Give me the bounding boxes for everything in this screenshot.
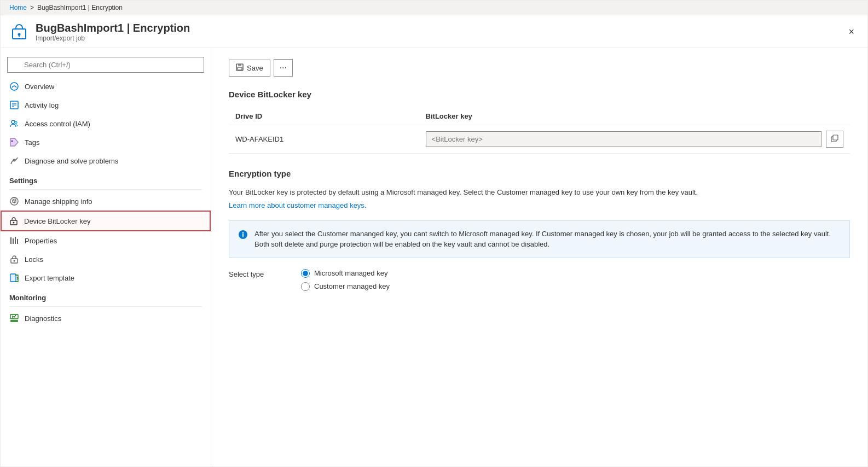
sidebar-item-locks-label: Locks <box>25 255 43 264</box>
bitlocker-section: Device BitLocker key Drive ID BitLocker … <box>229 90 850 154</box>
radio-customer-label: Customer managed key <box>314 282 390 290</box>
sidebar-item-iam[interactable]: Access control (IAM) <box>1 114 211 133</box>
learn-more-link[interactable]: Learn more about customer managed keys. <box>229 201 366 209</box>
svg-rect-24 <box>10 320 18 322</box>
sidebar-item-export-template-label: Export template <box>25 274 74 282</box>
radio-group: Microsoft managed key Customer managed k… <box>301 269 390 291</box>
sidebar-item-diagnostics[interactable]: Diagnostics <box>1 309 211 328</box>
bitlocker-table: Drive ID BitLocker key WD-AFAKEID1 <box>229 108 850 154</box>
col-drive-id: Drive ID <box>229 108 419 125</box>
svg-point-8 <box>11 120 15 124</box>
settings-section-label: Settings <box>1 170 211 187</box>
monitoring-section-label: Monitoring <box>1 287 211 304</box>
tags-icon <box>9 137 19 147</box>
save-icon <box>236 63 244 73</box>
page-title: BugBashImport1 | Encryption <box>36 22 190 34</box>
sidebar-item-encryption[interactable]: Device BitLocker key <box>1 211 211 231</box>
page-subtitle: Import/export job <box>36 34 190 42</box>
sidebar-item-diagnose-label: Diagnose and solve problems <box>25 157 118 165</box>
svg-point-22 <box>14 260 15 262</box>
select-type-label: Select type <box>229 269 283 278</box>
bitlocker-key-input[interactable] <box>426 131 821 147</box>
close-button[interactable]: × <box>844 24 859 40</box>
col-bitlocker-key: BitLocker key <box>419 108 850 125</box>
svg-point-33 <box>242 232 244 233</box>
svg-rect-18 <box>13 238 14 244</box>
svg-rect-28 <box>238 67 242 70</box>
sidebar-item-overview[interactable]: Overview <box>1 77 211 96</box>
info-text: After you select the Customer mananged k… <box>254 229 841 250</box>
save-button[interactable]: Save <box>229 60 270 77</box>
sidebar-item-diagnostics-label: Diagnostics <box>25 314 61 323</box>
info-icon <box>238 230 248 243</box>
encryption-type-section: Encryption type Your BitLocker key is pr… <box>229 169 850 291</box>
select-type-row: Select type Microsoft managed key Custom… <box>229 269 850 291</box>
svg-point-9 <box>15 121 17 124</box>
svg-rect-30 <box>833 135 838 140</box>
encryption-desc: Your BitLocker key is protected by defau… <box>229 187 850 198</box>
radio-customer[interactable]: Customer managed key <box>301 282 390 291</box>
svg-rect-20 <box>17 239 18 244</box>
svg-point-11 <box>11 141 13 142</box>
bitlocker-section-title: Device BitLocker key <box>229 90 850 99</box>
sidebar-item-export-template[interactable]: Export template <box>1 268 211 287</box>
svg-point-16 <box>13 222 15 224</box>
diagnostics-icon <box>9 313 19 323</box>
locks-icon <box>9 254 19 264</box>
properties-icon <box>9 236 19 246</box>
search-input[interactable] <box>7 57 204 73</box>
radio-microsoft[interactable]: Microsoft managed key <box>301 269 390 278</box>
copy-button[interactable] <box>826 131 843 148</box>
sidebar-search-area: 🔍 <box>1 52 211 77</box>
sidebar: 🔍 Overview Activity log <box>1 48 211 466</box>
iam-icon <box>9 119 19 129</box>
sidebar-item-shipping[interactable]: Manage shipping info <box>1 192 211 211</box>
svg-point-3 <box>10 83 18 90</box>
monitoring-divider <box>9 306 202 307</box>
export-template-icon <box>9 273 19 283</box>
svg-rect-19 <box>15 237 16 244</box>
svg-marker-10 <box>10 138 18 146</box>
breadcrumb-sep: > <box>30 4 34 11</box>
table-row: WD-AFAKEID1 <box>229 125 850 154</box>
info-box: After you select the Customer mananged k… <box>229 220 850 258</box>
sidebar-item-tags[interactable]: Tags <box>1 133 211 151</box>
drive-id-cell: WD-AFAKEID1 <box>229 125 419 154</box>
sidebar-item-tags-label: Tags <box>25 138 39 147</box>
sidebar-item-encryption-label: Device BitLocker key <box>24 217 90 225</box>
encryption-type-title: Encryption type <box>229 169 850 178</box>
sidebar-item-locks[interactable]: Locks <box>1 250 211 268</box>
sidebar-item-shipping-label: Manage shipping info <box>25 197 92 206</box>
page-header: BugBashImport1 | Encryption Import/expor… <box>1 15 867 48</box>
sidebar-item-activity-label: Activity log <box>25 101 59 109</box>
bitlocker-key-cell <box>419 125 850 154</box>
sidebar-item-diagnose[interactable]: Diagnose and solve problems <box>1 151 211 170</box>
breadcrumb-home[interactable]: Home <box>9 4 27 11</box>
sidebar-item-activity-log[interactable]: Activity log <box>1 96 211 114</box>
radio-customer-input[interactable] <box>301 282 310 291</box>
svg-rect-23 <box>10 274 16 282</box>
sidebar-item-overview-label: Overview <box>25 83 54 91</box>
content-area: Save ··· Device BitLocker key Drive ID B… <box>211 48 867 466</box>
activity-log-icon <box>9 100 19 110</box>
settings-divider <box>9 189 202 190</box>
diagnose-icon <box>9 156 19 166</box>
breadcrumb: Home > BugBashImport1 | Encryption <box>1 1 867 15</box>
toolbar: Save ··· <box>229 59 850 77</box>
radio-microsoft-input[interactable] <box>301 269 310 278</box>
page-header-icon <box>9 22 29 42</box>
sidebar-item-iam-label: Access control (IAM) <box>25 120 90 128</box>
encryption-icon <box>9 216 19 226</box>
svg-point-1 <box>18 33 21 36</box>
svg-rect-27 <box>238 64 241 66</box>
radio-microsoft-label: Microsoft managed key <box>314 269 387 277</box>
save-label: Save <box>247 64 263 72</box>
shipping-icon <box>9 196 19 206</box>
sidebar-item-properties-label: Properties <box>25 237 57 245</box>
svg-rect-17 <box>10 237 11 244</box>
breadcrumb-current: BugBashImport1 | Encryption <box>37 4 123 11</box>
overview-icon <box>9 81 19 91</box>
more-button[interactable]: ··· <box>274 59 293 77</box>
sidebar-item-properties[interactable]: Properties <box>1 231 211 250</box>
